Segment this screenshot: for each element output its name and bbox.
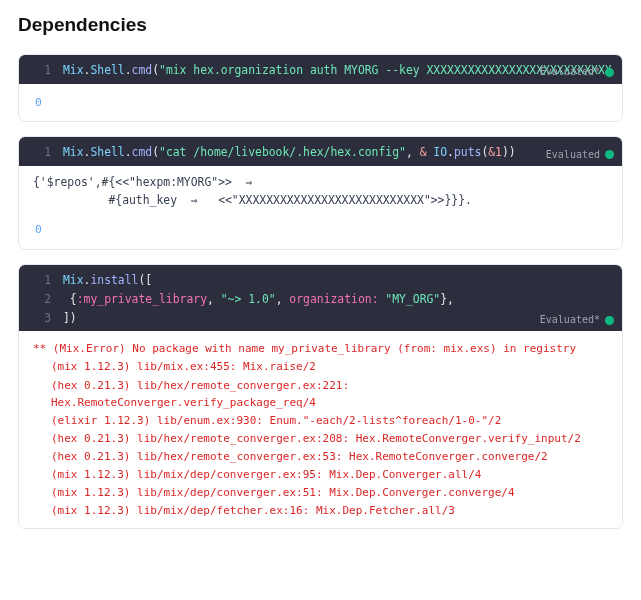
eval-status: Evaluated bbox=[546, 147, 614, 164]
cell-output: 0 bbox=[19, 84, 622, 122]
cell-output: {'$repos',#{<<"hexpm:MYORG">> ⇒ #{auth_k… bbox=[19, 166, 622, 249]
code-cell: 1Mix.Shell.cmd("cat /home/livebook/.hex/… bbox=[18, 136, 623, 250]
line-number: 1 bbox=[29, 61, 51, 80]
cell-output: ** (Mix.Error) No package with name my_p… bbox=[19, 331, 622, 527]
code-cell: 1Mix.Shell.cmd("mix hex.organization aut… bbox=[18, 54, 623, 122]
status-dot-icon bbox=[605, 150, 614, 159]
status-dot-icon bbox=[605, 68, 614, 77]
return-value: 0 bbox=[33, 92, 608, 114]
line-number: 1 bbox=[29, 143, 51, 162]
line-number: 3 bbox=[29, 309, 51, 328]
line-number: 1 bbox=[29, 271, 51, 290]
error-trace: ** (Mix.Error) No package with name my_p… bbox=[33, 340, 608, 518]
page-title: Dependencies bbox=[18, 14, 623, 36]
eval-status: Evaluated* bbox=[540, 312, 614, 329]
code-editor[interactable]: 1Mix.Shell.cmd("cat /home/livebook/.hex/… bbox=[19, 137, 622, 166]
status-dot-icon bbox=[605, 316, 614, 325]
eval-status: Evaluated* bbox=[540, 64, 614, 81]
return-value: 0 bbox=[33, 219, 608, 241]
code-cell: 1Mix.install([2 {:my_private_library, "~… bbox=[18, 264, 623, 529]
code-editor[interactable]: 1Mix.install([2 {:my_private_library, "~… bbox=[19, 265, 622, 331]
line-number: 2 bbox=[29, 290, 51, 309]
stdout-text: {'$repos',#{<<"hexpm:MYORG">> ⇒ #{auth_k… bbox=[33, 174, 608, 209]
code-editor[interactable]: 1Mix.Shell.cmd("mix hex.organization aut… bbox=[19, 55, 622, 84]
